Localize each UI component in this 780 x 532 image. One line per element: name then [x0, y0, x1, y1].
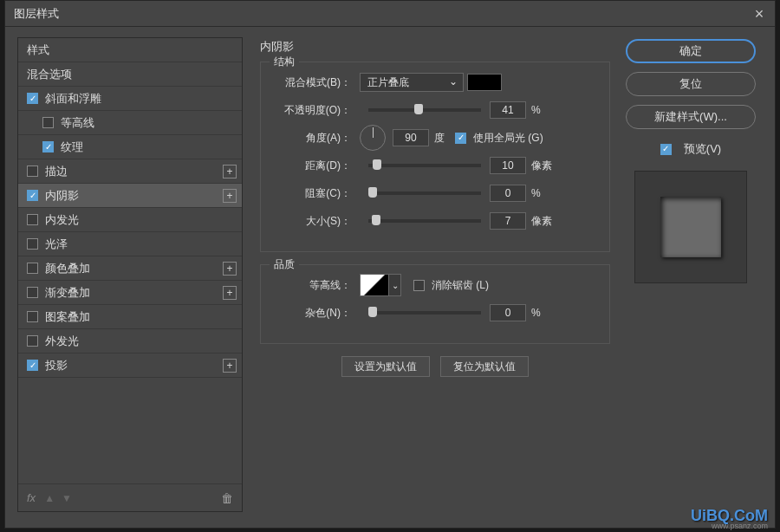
- titlebar: 图层样式 ×: [5, 1, 775, 27]
- contour-dropdown-icon[interactable]: ⌄: [389, 274, 401, 296]
- style-checkbox[interactable]: [27, 287, 38, 298]
- contour-label: 等高线：: [273, 278, 351, 293]
- distance-slider[interactable]: [368, 164, 481, 167]
- angle-dial[interactable]: [360, 125, 386, 151]
- style-label: 内阴影: [45, 188, 79, 204]
- styles-list-panel: 样式 混合选项 斜面和浮雕等高线纹理描边+内阴影+内发光光泽颜色叠加+渐变叠加+…: [17, 37, 243, 512]
- opacity-input[interactable]: [490, 101, 526, 119]
- move-down-icon[interactable]: ▼: [62, 492, 72, 504]
- style-label: 斜面和浮雕: [45, 91, 101, 107]
- contour-picker[interactable]: [360, 274, 389, 296]
- settings-panel: 内阴影 结构 混合模式(B)： 正片叠底 不透明度(O)： % 角度(A)：: [243, 27, 619, 512]
- style-label: 投影: [45, 358, 68, 373]
- style-item-0[interactable]: 斜面和浮雕: [18, 87, 242, 111]
- style-checkbox[interactable]: [27, 335, 38, 347]
- opacity-slider[interactable]: [368, 108, 481, 112]
- style-checkbox[interactable]: [27, 311, 38, 322]
- watermark-sub: www.psanz.com: [712, 522, 768, 530]
- move-up-icon[interactable]: ▲: [44, 492, 55, 504]
- style-checkbox[interactable]: [27, 263, 38, 274]
- style-item-3[interactable]: 描边+: [18, 159, 242, 184]
- style-item-2[interactable]: 纹理: [18, 135, 242, 159]
- blend-mode-label: 混合模式(B)：: [273, 75, 351, 90]
- size-slider[interactable]: [368, 219, 481, 223]
- styles-header[interactable]: 样式: [18, 38, 242, 62]
- style-checkbox[interactable]: [27, 93, 38, 104]
- trash-icon[interactable]: 🗑: [221, 491, 233, 505]
- structure-group: 结构 混合模式(B)： 正片叠底 不透明度(O)： % 角度(A)： 度: [260, 62, 610, 252]
- reset-default-button[interactable]: 复位为默认值: [440, 356, 529, 377]
- close-icon[interactable]: ×: [752, 7, 766, 21]
- style-checkbox[interactable]: [42, 117, 54, 128]
- angle-label: 角度(A)：: [273, 131, 351, 146]
- set-default-button[interactable]: 设置为默认值: [341, 356, 430, 377]
- new-style-button[interactable]: 新建样式(W)...: [626, 105, 756, 129]
- style-checkbox[interactable]: [27, 165, 38, 177]
- antialias-checkbox[interactable]: [413, 280, 425, 291]
- style-label: 描边: [45, 164, 68, 179]
- style-item-1[interactable]: 等高线: [18, 111, 242, 135]
- style-item-7[interactable]: 颜色叠加+: [18, 256, 242, 281]
- plus-icon[interactable]: +: [223, 286, 237, 300]
- style-item-4[interactable]: 内阴影+: [18, 184, 242, 208]
- style-checkbox[interactable]: [27, 360, 38, 371]
- blending-options-item[interactable]: 混合选项: [18, 62, 242, 87]
- noise-slider[interactable]: [368, 311, 481, 315]
- shadow-color-swatch[interactable]: [467, 74, 502, 91]
- preview-checkbox[interactable]: [660, 144, 672, 155]
- style-label: 外发光: [45, 334, 79, 349]
- dialog-title: 图层样式: [14, 6, 59, 22]
- cancel-button[interactable]: 复位: [626, 72, 756, 96]
- style-item-10[interactable]: 外发光: [18, 329, 242, 354]
- plus-icon[interactable]: +: [223, 359, 237, 373]
- style-item-6[interactable]: 光泽: [18, 232, 242, 256]
- style-checkbox[interactable]: [42, 141, 54, 152]
- action-panel: 确定 复位 新建样式(W)... 预览(V): [619, 27, 775, 512]
- size-input[interactable]: [490, 212, 526, 230]
- style-item-8[interactable]: 渐变叠加+: [18, 281, 242, 305]
- style-label: 颜色叠加: [45, 261, 90, 276]
- layer-style-dialog: 图层样式 × 样式 混合选项 斜面和浮雕等高线纹理描边+内阴影+内发光光泽颜色叠…: [4, 0, 776, 529]
- style-checkbox[interactable]: [27, 238, 38, 250]
- quality-group: 品质 等高线： ⌄ 消除锯齿 (L) 杂色(N)： %: [260, 264, 610, 344]
- style-item-5[interactable]: 内发光: [18, 208, 242, 232]
- style-label: 图案叠加: [45, 309, 90, 325]
- style-label: 渐变叠加: [45, 285, 90, 301]
- style-checkbox[interactable]: [27, 214, 38, 225]
- preview-thumbnail: [634, 171, 747, 283]
- plus-icon[interactable]: +: [223, 262, 237, 276]
- angle-input[interactable]: [393, 129, 429, 146]
- noise-label: 杂色(N)：: [273, 306, 351, 321]
- plus-icon[interactable]: +: [223, 189, 237, 203]
- style-item-9[interactable]: 图案叠加: [18, 305, 242, 329]
- styles-footer: fx ▲ ▼ 🗑: [18, 483, 242, 511]
- blend-mode-dropdown[interactable]: 正片叠底: [360, 73, 464, 92]
- distance-label: 距离(D)：: [273, 159, 351, 173]
- size-label: 大小(S)：: [273, 214, 351, 229]
- style-checkbox[interactable]: [27, 190, 38, 201]
- ok-button[interactable]: 确定: [626, 39, 756, 63]
- choke-input[interactable]: [490, 185, 526, 202]
- style-label: 等高线: [61, 115, 94, 131]
- choke-slider[interactable]: [368, 191, 481, 195]
- style-label: 光泽: [45, 237, 68, 252]
- distance-input[interactable]: [490, 157, 526, 174]
- global-light-checkbox[interactable]: [455, 133, 466, 144]
- style-label: 内发光: [45, 212, 79, 228]
- choke-label: 阻塞(C)：: [273, 186, 351, 201]
- style-item-11[interactable]: 投影+: [18, 354, 242, 378]
- opacity-label: 不透明度(O)：: [273, 103, 351, 118]
- style-label: 纹理: [61, 139, 83, 155]
- fx-icon[interactable]: fx: [27, 491, 36, 504]
- noise-input[interactable]: [490, 304, 526, 321]
- plus-icon[interactable]: +: [223, 165, 237, 178]
- section-title: 内阴影: [260, 39, 610, 55]
